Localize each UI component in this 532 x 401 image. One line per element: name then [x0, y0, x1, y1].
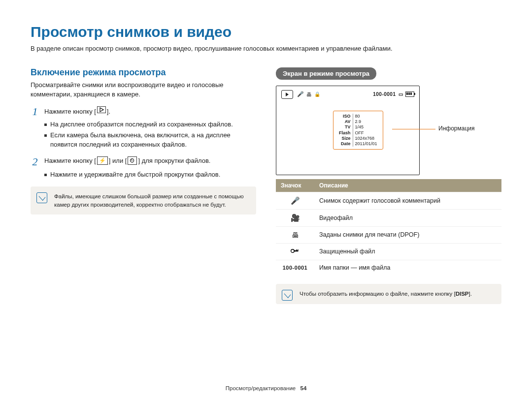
- step1-bullets: На дисплее отобразится последний из сохр…: [44, 120, 256, 150]
- page-footer: Просмотр/редактирование 54: [0, 385, 532, 391]
- camera-screen-mock: 🎤 🖶 🔒 100-0001 ▭ ISO80: [276, 86, 420, 175]
- bullet-item: Если камера была выключена, она включитс…: [44, 131, 256, 150]
- right-column: Экран в режиме просмотра 🎤 🖶 🔒 100-0001: [276, 67, 501, 304]
- info-key: Flash: [337, 130, 353, 136]
- table-desc: Снимок содержит голосовой комментарий: [314, 192, 501, 209]
- icon-legend-table: Значок Описание 🎤 Снимок содержит голосо…: [276, 179, 501, 275]
- info-key: TV: [337, 124, 353, 130]
- flash-button-icon: ⚡: [97, 156, 108, 165]
- table-desc: Заданы снимки для печати (DPOF): [314, 226, 501, 243]
- print-icon: 🖶: [276, 226, 314, 243]
- info-key: Date: [337, 141, 353, 147]
- protect-icon: 🔒: [314, 92, 320, 97]
- step-1: 1 Нажмите кнопку [].: [31, 106, 256, 117]
- step-text-post: ] для прокрутки файлов.: [138, 157, 210, 164]
- print-icon: 🖶: [306, 92, 312, 97]
- topbar-right: 100-0001 ▭: [373, 92, 414, 97]
- svg-rect-3: [298, 249, 299, 250]
- table-row: 🎥 Видеофайл: [276, 209, 501, 226]
- section-heading: Включение режима просмотра: [31, 67, 256, 78]
- intro-text: В разделе описан просмотр снимков, просм…: [31, 44, 501, 54]
- folder-file-icon: 100-0001: [276, 260, 314, 275]
- table-row: 🖶 Заданы снимки для печати (DPOF): [276, 226, 501, 243]
- voice-memo-icon: 🎤: [276, 192, 314, 209]
- info-key: Size: [337, 136, 353, 141]
- info-key: ISO: [337, 114, 353, 119]
- step2-bullets: Нажмите и удерживайте для быстрой прокру…: [44, 170, 256, 180]
- step-text-post: ].: [107, 108, 110, 115]
- info-val: 2.9: [353, 119, 379, 124]
- step-body: Нажмите кнопку [].: [44, 106, 256, 117]
- voice-memo-icon: 🎤: [297, 91, 304, 97]
- bullet-item: На дисплее отобразится последний из сохр…: [44, 120, 256, 129]
- table-header-icon: Значок: [276, 179, 314, 192]
- svg-marker-0: [100, 108, 103, 112]
- video-icon: 🎥: [276, 209, 314, 226]
- svg-rect-4: [296, 249, 297, 250]
- screenshot-wrapper: 🎤 🖶 🔒 100-0001 ▭ ISO80: [276, 86, 501, 175]
- svg-point-1: [291, 249, 295, 253]
- step-text-pre: Нажмите кнопку [: [44, 108, 96, 115]
- note-text-pre: Чтобы отобразить информацию о файле, наж…: [299, 291, 456, 297]
- table-desc: Видеофайл: [314, 209, 501, 226]
- two-column-layout: Включение режима просмотра Просматривайт…: [31, 67, 501, 304]
- callout-line: [392, 129, 435, 129]
- info-val: 1024x768: [353, 136, 379, 141]
- note-icon: [36, 192, 47, 203]
- note-icon: [282, 290, 293, 301]
- step-text-pre: Нажмите кнопку [: [44, 157, 96, 164]
- table-row: Защищенный файл: [276, 243, 501, 260]
- section-pill: Экран в режиме просмотра: [276, 67, 376, 80]
- table-header-desc: Описание: [314, 179, 501, 192]
- step-body: Нажмите кнопку [⚡] или [⏲] для прокрутки…: [44, 156, 256, 167]
- screen-topbar: 🎤 🖶 🔒 100-0001 ▭: [281, 90, 414, 99]
- step-number: 1: [31, 106, 39, 117]
- note-box: Чтобы отобразить информацию о файле, наж…: [276, 284, 501, 304]
- disp-button-label: DISP: [456, 291, 469, 297]
- table-desc: Имя папки — имя файла: [314, 260, 501, 275]
- note-text-post: ].: [469, 291, 472, 297]
- step-text-mid: ] или [: [109, 157, 127, 164]
- folder-file-number: 100-0001: [373, 92, 396, 97]
- step-2: 2 Нажмите кнопку [⚡] или [⏲] для прокрут…: [31, 156, 256, 167]
- info-val: OFF: [353, 130, 379, 136]
- note-box: Файлы, имеющие слишком большой размер ил…: [31, 186, 256, 215]
- status-icons: 🎤 🖶 🔒: [297, 91, 320, 97]
- table-desc: Защищенный файл: [314, 243, 501, 260]
- card-icon: ▭: [399, 92, 403, 97]
- shot-info-overlay: ISO80 AV2.9 TV1/45 FlashOFF Size1024x768…: [333, 111, 383, 150]
- timer-button-icon: ⏲: [128, 156, 137, 165]
- callout-label: Информация: [438, 125, 474, 132]
- table-row: 🎤 Снимок содержит голосовой комментарий: [276, 192, 501, 209]
- note-text: Файлы, имеющие слишком большой размер ил…: [54, 193, 244, 208]
- info-val: 1/45: [353, 124, 379, 130]
- page-title: Просмотр снимков и видео: [31, 24, 501, 40]
- play-button-icon: [97, 106, 106, 113]
- section-para: Просматривайте снимки или воспроизводите…: [31, 81, 256, 99]
- footer-section: Просмотр/редактирование: [226, 385, 296, 391]
- table-row: 100-0001 Имя папки — имя файла: [276, 260, 501, 275]
- info-val: 2011/01/01: [353, 141, 379, 147]
- left-column: Включение режима просмотра Просматривайт…: [31, 67, 256, 304]
- playback-mode-icon: [281, 90, 293, 99]
- bullet-item: Нажмите и удерживайте для быстрой прокру…: [44, 170, 256, 180]
- manual-page: Просмотр снимков и видео В разделе описа…: [0, 0, 532, 401]
- protect-icon: [276, 243, 314, 260]
- page-number: 54: [300, 385, 306, 391]
- info-val: 80: [353, 114, 379, 119]
- step-number: 2: [31, 156, 39, 167]
- battery-icon: [405, 92, 414, 97]
- info-key: AV: [337, 119, 353, 124]
